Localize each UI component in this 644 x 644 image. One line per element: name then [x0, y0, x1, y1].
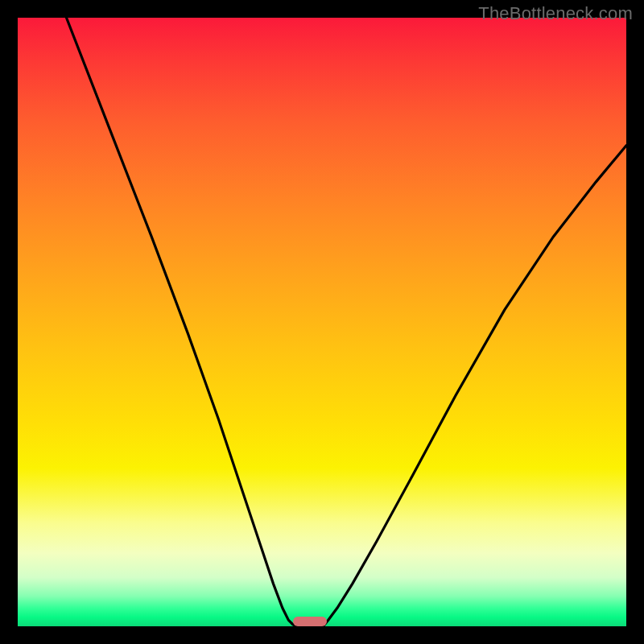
curve-layer: [18, 18, 626, 626]
left-curve: [67, 18, 297, 626]
right-curve: [324, 146, 627, 626]
watermark-text: TheBottleneck.com: [478, 3, 633, 24]
chart-frame: [18, 18, 626, 626]
bottleneck-marker: [293, 617, 327, 626]
